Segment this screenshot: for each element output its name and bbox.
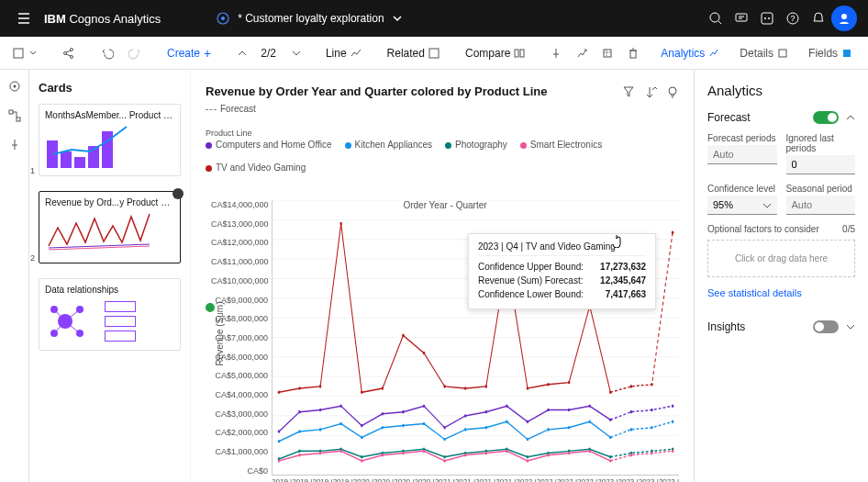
help-icon[interactable]: ?: [780, 6, 806, 31]
svg-point-116: [423, 450, 425, 454]
create-label: Create: [167, 47, 200, 60]
svg-point-121: [527, 459, 529, 463]
svg-point-138: [464, 387, 466, 390]
insights-section-title: Insights: [707, 320, 745, 333]
resize-icon[interactable]: [596, 44, 618, 62]
svg-point-87: [651, 426, 652, 430]
confidence-label: Confidence level: [707, 184, 777, 194]
user-avatar[interactable]: [831, 6, 857, 31]
pager: 2/2: [255, 43, 282, 63]
svg-point-65: [609, 418, 611, 421]
next-card-icon[interactable]: [285, 45, 306, 62]
svg-point-51: [319, 409, 321, 412]
svg-point-61: [527, 420, 529, 424]
delete-icon[interactable]: [622, 44, 644, 62]
card-1-thumb: [45, 124, 174, 170]
rail-pin-icon[interactable]: [6, 136, 24, 154]
svg-point-60: [506, 404, 507, 408]
y-zoom-handle[interactable]: [204, 301, 217, 314]
doc-title: * Customer loyalty exploration: [238, 12, 384, 25]
svg-point-59: [485, 410, 487, 414]
pin-icon[interactable]: [545, 44, 567, 62]
svg-point-123: [568, 452, 570, 455]
share-icon[interactable]: [57, 43, 81, 63]
card-3[interactable]: Data relationships: [39, 278, 181, 351]
legend-item[interactable]: Smart Electronics: [520, 140, 602, 150]
svg-point-134: [382, 387, 384, 390]
svg-point-83: [568, 426, 570, 430]
create-button[interactable]: Create +: [161, 43, 217, 63]
app-menu-icon[interactable]: [11, 6, 37, 31]
seasonal-input[interactable]: [786, 196, 856, 215]
rail-data-icon[interactable]: [6, 106, 24, 125]
svg-point-142: [547, 383, 549, 387]
card-1-title: MonthsAsMember... Product Line: [45, 110, 174, 120]
svg-rect-14: [429, 49, 439, 58]
svg-rect-3: [736, 14, 747, 21]
statistical-details-link[interactable]: See statistical details: [707, 287, 802, 298]
svg-rect-16: [520, 50, 524, 57]
svg-point-5: [764, 17, 766, 19]
assistant-icon[interactable]: [754, 6, 780, 31]
legend-item[interactable]: Computers and Home Office: [206, 140, 332, 150]
chart-title: Revenue by Order Year and Quarter colore…: [206, 84, 548, 98]
tab-fields[interactable]: Fields: [799, 41, 862, 65]
source-dropdown[interactable]: [7, 43, 42, 63]
svg-point-117: [443, 459, 445, 463]
viz-type-label: Line: [326, 47, 347, 60]
compare-button[interactable]: Compare: [460, 43, 530, 63]
svg-point-112: [339, 450, 341, 454]
tab-analytics[interactable]: Analytics: [651, 41, 729, 65]
svg-point-85: [609, 436, 611, 440]
svg-point-122: [547, 454, 549, 457]
tab-properties[interactable]: Properties: [863, 41, 868, 65]
legend-item[interactable]: Kitchen Appliances: [345, 140, 433, 150]
viz-type-line[interactable]: Line: [320, 43, 367, 63]
cursor-icon: [611, 233, 626, 248]
export-icon[interactable]: [571, 44, 593, 62]
ignored-periods-input[interactable]: [786, 155, 856, 174]
related-button[interactable]: Related: [382, 43, 445, 63]
ai-orb-icon: [216, 11, 230, 26]
insight-bulb-icon[interactable]: [666, 85, 679, 98]
card-3-thumb: [45, 298, 174, 344]
related-label: Related: [387, 47, 425, 60]
redo-icon[interactable]: [123, 43, 147, 63]
svg-point-88: [672, 420, 673, 424]
card-3-title: Data relationships: [45, 285, 174, 295]
chevron-up-icon[interactable]: [846, 113, 855, 122]
insights-toggle[interactable]: [813, 320, 839, 333]
prev-card-icon[interactable]: [231, 45, 251, 62]
legend-item[interactable]: TV and Video Gaming: [206, 163, 306, 173]
svg-point-141: [527, 387, 529, 390]
svg-point-81: [527, 438, 529, 442]
svg-point-79: [485, 426, 487, 430]
chevron-down-icon[interactable]: [846, 322, 855, 331]
seasonal-label: Seasonal period: [786, 184, 856, 194]
svg-point-110: [298, 454, 300, 457]
rail-explore-icon[interactable]: [6, 77, 24, 95]
forecast-toggle[interactable]: [813, 111, 839, 124]
forecast-periods-input[interactable]: [707, 145, 777, 164]
card-2[interactable]: Revenue by Ord...y Product Line 2: [39, 191, 181, 263]
svg-point-53: [361, 424, 362, 428]
chat-icon[interactable]: [729, 6, 754, 31]
sort-icon[interactable]: [644, 85, 657, 98]
svg-point-54: [382, 412, 384, 416]
filter-icon[interactable]: [622, 85, 635, 98]
svg-point-84: [588, 420, 590, 424]
svg-rect-26: [9, 110, 13, 114]
chevron-down-icon[interactable]: [392, 13, 403, 24]
svg-point-139: [485, 385, 487, 388]
svg-point-80: [506, 420, 507, 424]
card-1[interactable]: MonthsAsMember... Product Line 1: [39, 104, 181, 176]
legend-title: Product Line: [206, 129, 679, 138]
notifications-icon[interactable]: [806, 6, 831, 31]
card-2-thumb: [45, 211, 174, 257]
undo-icon[interactable]: [95, 43, 119, 63]
search-icon[interactable]: [703, 6, 729, 31]
tab-details[interactable]: Details: [730, 41, 797, 65]
svg-point-49: [278, 430, 280, 433]
factors-dropzone[interactable]: Click or drag data here: [707, 240, 855, 277]
legend-item[interactable]: Photography: [445, 140, 507, 150]
